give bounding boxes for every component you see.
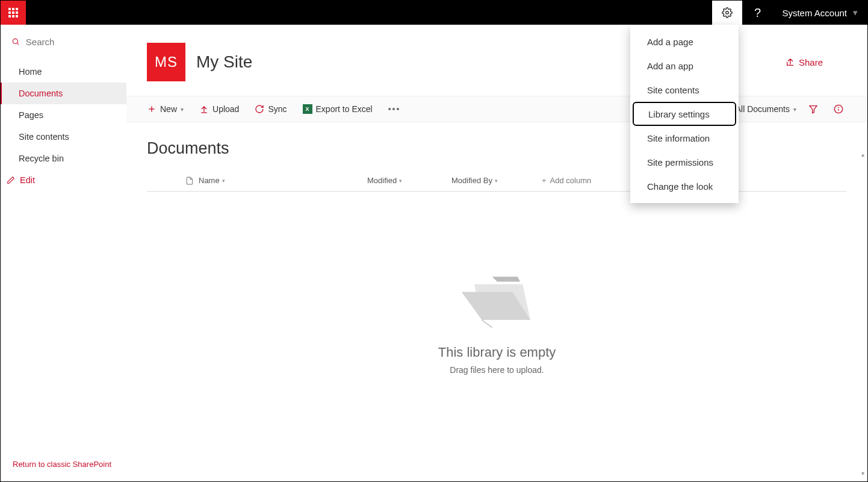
empty-subtitle: Drag files here to upload.	[147, 365, 847, 375]
svg-point-1	[13, 39, 17, 43]
svg-point-0	[726, 11, 729, 14]
sync-icon	[255, 104, 264, 114]
add-column-label: Add column	[550, 176, 592, 185]
menu-item-change-the-look[interactable]: Change the look	[630, 174, 739, 198]
pencil-icon	[7, 176, 15, 184]
scroll-up-indicator[interactable]: ▴	[859, 151, 866, 158]
left-nav: Home Documents Pages Site contents Recyc…	[1, 25, 126, 480]
share-label: Share	[799, 57, 823, 67]
ellipsis-icon: •••	[388, 104, 401, 114]
search-input[interactable]	[26, 37, 118, 47]
chevron-down-icon: ▾	[793, 106, 796, 113]
filter-button[interactable]	[808, 104, 822, 114]
settings-gear-button[interactable]	[712, 1, 742, 25]
svg-point-9	[839, 107, 839, 108]
svg-marker-6	[810, 106, 817, 113]
share-icon	[786, 57, 795, 67]
scroll-down-indicator[interactable]: ▾	[859, 470, 866, 477]
user-label: System Account	[782, 8, 847, 18]
chevron-down-icon: ▾	[181, 106, 184, 113]
nav-item-home[interactable]: Home	[1, 61, 126, 83]
empty-title: This library is empty	[147, 345, 847, 360]
add-column-button[interactable]: + Add column	[542, 176, 591, 185]
document-icon	[185, 176, 194, 186]
user-menu-button[interactable]: System Account ▾	[772, 1, 867, 25]
gear-icon	[722, 7, 733, 18]
new-button[interactable]: New ▾	[147, 104, 184, 114]
suite-nav-bar: ? System Account ▾	[1, 1, 867, 25]
help-button[interactable]: ?	[742, 1, 772, 25]
site-title[interactable]: My Site	[196, 52, 252, 72]
menu-item-site-information[interactable]: Site information	[630, 126, 739, 150]
new-label: New	[160, 104, 177, 114]
chevron-down-icon: ▾	[495, 178, 498, 184]
col-name-label: Name	[199, 176, 220, 185]
return-to-classic-link[interactable]: Return to classic SharePoint	[13, 460, 111, 469]
menu-item-add-page[interactable]: Add a page	[630, 30, 739, 54]
command-bar: New ▾ Upload Sync X Export to Excel ••• …	[126, 96, 867, 122]
search-box[interactable]	[1, 25, 126, 58]
excel-icon: X	[303, 104, 312, 114]
export-excel-button[interactable]: X Export to Excel	[303, 104, 373, 114]
waffle-icon	[8, 8, 18, 17]
edit-nav-link[interactable]: Edit	[1, 169, 126, 191]
filter-icon	[808, 104, 818, 114]
upload-icon	[199, 104, 209, 114]
plus-icon: +	[542, 176, 547, 185]
edit-nav-label: Edit	[20, 175, 35, 185]
site-header: MS My Site Share	[126, 25, 867, 96]
upload-label: Upload	[212, 104, 239, 114]
view-selector[interactable]: All Documents ▾	[736, 104, 796, 114]
sync-button[interactable]: Sync	[255, 104, 287, 114]
settings-menu-panel: Add a page Add an app Site contents Libr…	[630, 25, 739, 203]
column-header-modified-by[interactable]: Modified By▾	[451, 176, 542, 185]
main-region: MS My Site Share New ▾ Upload Sync X	[126, 25, 867, 480]
list-title: Documents	[147, 139, 847, 158]
svg-line-13	[482, 320, 492, 328]
more-button[interactable]: •••	[388, 104, 401, 114]
info-button[interactable]	[834, 104, 847, 114]
upload-button[interactable]: Upload	[199, 104, 239, 114]
nav-item-recycle-bin[interactable]: Recycle bin	[1, 148, 126, 169]
share-button[interactable]: Share	[786, 57, 823, 67]
svg-marker-10	[492, 277, 520, 281]
menu-item-library-settings[interactable]: Library settings	[633, 102, 736, 126]
nav-list: Home Documents Pages Site contents Recyc…	[1, 58, 126, 169]
nav-item-site-contents[interactable]: Site contents	[1, 126, 126, 148]
column-headers-row: Name▾ Modified▾ Modified By▾ + Add colum…	[147, 170, 847, 192]
site-logo[interactable]: MS	[147, 43, 185, 81]
menu-item-site-permissions[interactable]: Site permissions	[630, 150, 739, 174]
chevron-down-icon: ▾	[222, 178, 225, 184]
column-header-modified[interactable]: Modified▾	[367, 176, 451, 185]
chevron-down-icon: ▾	[853, 7, 858, 18]
nav-item-documents[interactable]: Documents	[1, 83, 126, 104]
sync-label: Sync	[268, 104, 287, 114]
col-modified-label: Modified	[367, 176, 397, 185]
list-content-region: Documents Name▾ Modified▾ Modified By▾ +…	[126, 122, 867, 392]
column-header-name[interactable]: Name▾	[199, 176, 367, 185]
search-icon	[11, 37, 20, 46]
nav-item-pages[interactable]: Pages	[1, 104, 126, 126]
view-label: All Documents	[736, 104, 790, 114]
col-modifiedby-label: Modified By	[451, 176, 492, 185]
empty-folder-icon	[446, 264, 548, 330]
file-type-column-header[interactable]	[181, 176, 199, 186]
empty-state: This library is empty Drag files here to…	[147, 264, 847, 375]
app-launcher-button[interactable]	[1, 1, 26, 25]
help-icon: ?	[754, 6, 761, 20]
menu-item-add-app[interactable]: Add an app	[630, 54, 739, 78]
svg-line-2	[17, 43, 19, 45]
info-icon	[834, 104, 843, 114]
chevron-down-icon: ▾	[399, 178, 402, 184]
export-label: Export to Excel	[316, 104, 373, 114]
plus-icon	[147, 104, 157, 114]
menu-item-site-contents[interactable]: Site contents	[630, 78, 739, 102]
